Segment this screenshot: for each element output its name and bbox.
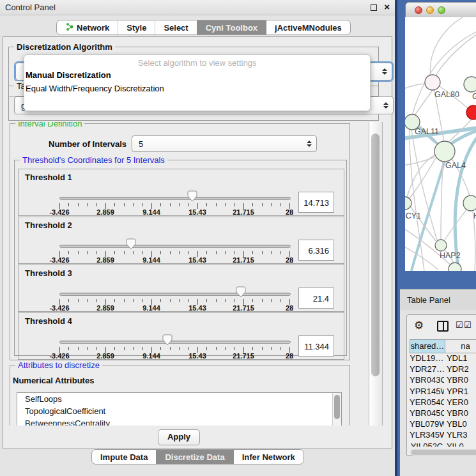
network-node[interactable]: [434, 141, 455, 162]
table-cell[interactable]: YLR3: [444, 430, 476, 441]
tab-label: Style: [127, 23, 146, 33]
threshold-panel: Threshold 2-3.4262.8599.14415.4321.71528…: [18, 217, 344, 264]
table-column-header[interactable]: shared…: [410, 339, 445, 353]
list-scrollbar-thumb[interactable]: [334, 395, 340, 419]
bottom-tab-discretize-data[interactable]: Discretize Data: [156, 450, 233, 464]
main-scrollbar-thumb[interactable]: [371, 134, 380, 376]
main-scrollbar[interactable]: [369, 122, 383, 426]
table-cell[interactable]: YPR145W: [410, 387, 444, 397]
network-edge[interactable]: [430, 17, 463, 76]
table-cell[interactable]: YDL19…: [410, 353, 444, 364]
thresholds-group: Threshold's Coordinates for 5 Intervals …: [14, 160, 347, 356]
table-row[interactable]: YDR27…YDR2: [410, 364, 476, 375]
table-cell[interactable]: YER0: [444, 397, 476, 408]
network-node[interactable]: [449, 263, 461, 271]
tab-cyni-toolbox[interactable]: Cyni Toolbox: [197, 20, 266, 35]
close-traffic-light-icon[interactable]: [415, 6, 422, 14]
algorithm-options: Manual DiscretizationEqual Width/Frequen…: [24, 68, 370, 95]
table-cell[interactable]: YDR27…: [410, 364, 444, 375]
table-cell[interactable]: YDL1: [444, 353, 476, 364]
threshold-value-field[interactable]: 6.316: [298, 240, 334, 261]
column-browser-icon[interactable]: [437, 321, 449, 332]
slider-track[interactable]: [59, 341, 291, 344]
table-row[interactable]: YER054CYER0: [410, 397, 476, 408]
tab-select[interactable]: Select: [155, 20, 196, 35]
minimize-traffic-light-icon[interactable]: [426, 6, 434, 14]
numerical-attributes-list[interactable]: SelfLoopsTopologicalCoefficientBetweenne…: [17, 392, 342, 426]
checkbox-icon[interactable]: ☑: [456, 320, 463, 330]
table-row[interactable]: YBL079WYBL0: [410, 419, 476, 430]
tab-network[interactable]: Network: [57, 20, 118, 35]
float-window-icon[interactable]: [371, 4, 377, 11]
network-node[interactable]: [463, 196, 476, 211]
network-node-label: GCY1: [405, 211, 421, 220]
network-node[interactable]: [435, 240, 447, 251]
threshold-value-field[interactable]: 11.344: [298, 335, 334, 357]
table-cell[interactable]: YIL0: [444, 441, 476, 447]
network-node[interactable]: [466, 105, 476, 119]
network-node[interactable]: [464, 77, 476, 92]
zoom-traffic-light-icon[interactable]: [438, 6, 445, 14]
table-row[interactable]: YBR045CYBR0: [410, 408, 476, 419]
table-cell[interactable]: YBR0: [444, 375, 476, 386]
window-title: Control Panel: [5, 3, 56, 12]
table-cell[interactable]: YBR0: [444, 408, 476, 419]
table-hscrollbar-thumb[interactable]: [411, 450, 476, 455]
table-cell[interactable]: YBR043C: [410, 375, 444, 386]
table-hscrollbar[interactable]: [410, 449, 476, 456]
table-row[interactable]: YBR043CYBR0: [410, 375, 476, 386]
attributes-group-title: Attributes to discretize: [15, 360, 102, 370]
network-node-label: GAL80: [434, 90, 459, 99]
attribute-list-item[interactable]: TopologicalCoefficient: [17, 405, 341, 417]
tab-label: Discretize Data: [165, 452, 224, 462]
gear-icon[interactable]: ⚙: [414, 319, 424, 332]
slider-track[interactable]: [59, 293, 291, 296]
threshold-value-field[interactable]: 14.713: [298, 192, 334, 213]
network-node[interactable]: [425, 75, 440, 90]
threshold-value-field[interactable]: 21.4: [298, 288, 334, 309]
algorithm-option[interactable]: Manual Discretization: [24, 68, 370, 81]
slider-track[interactable]: [59, 197, 291, 200]
network-edge[interactable]: [415, 90, 433, 116]
table-cell[interactable]: YPR1: [444, 387, 476, 397]
network-window-titlebar[interactable]: [406, 3, 476, 19]
table-cell[interactable]: YIL052C: [410, 441, 444, 447]
checkbox-icon[interactable]: ☑: [464, 320, 472, 330]
network-canvas[interactable]: GAL80GACGAL11GAL4GCY1HHAP2: [405, 17, 476, 271]
table-row[interactable]: YDL19…YDL1: [410, 353, 476, 364]
bottom-tab-impute-data[interactable]: Impute Data: [92, 450, 156, 464]
table-cell[interactable]: YBL079W: [410, 419, 444, 430]
table-cell[interactable]: YBL0: [444, 419, 476, 430]
network-edge[interactable]: [412, 31, 476, 116]
table-row[interactable]: YLR345WYLR3: [410, 430, 476, 441]
table-row[interactable]: YIL052CYIL0: [410, 441, 476, 447]
network-node[interactable]: [405, 197, 411, 210]
network-edge[interactable]: [436, 33, 476, 75]
table-panel: ⚙ ☑ ☑ shared…na YDL19…YDL1YDR27…YDR2YBR0…: [406, 314, 476, 456]
table-cell[interactable]: YLR345W: [410, 430, 444, 441]
cyni-bottom-tabbar: Impute DataDiscretize DataInfer Network: [91, 449, 304, 464]
table-column-header[interactable]: na: [445, 339, 476, 353]
bottom-tab-infer-network[interactable]: Infer Network: [233, 450, 303, 464]
slider-handle[interactable]: [126, 238, 136, 250]
table-row[interactable]: YPR145WYPR1: [410, 387, 476, 397]
slider-tick-labels: -3.4262.8599.14415.4321.71528: [59, 256, 289, 264]
tab-jactivemnodules[interactable]: jActiveMNodules: [266, 20, 350, 35]
list-scrollbar[interactable]: [332, 393, 341, 426]
slider-handle[interactable]: [162, 334, 173, 346]
network-edge[interactable]: [405, 243, 438, 270]
close-icon[interactable]: ×: [384, 1, 390, 12]
table-cell[interactable]: YBR045C: [410, 408, 444, 419]
table-panel-body: ⚙ ☑ ☑ shared…na YDL19…YDL1YDR27…YDR2YBR0…: [400, 310, 476, 476]
tab-style[interactable]: Style: [118, 20, 155, 35]
attribute-list-item[interactable]: SelfLoops: [17, 393, 341, 405]
slider-track[interactable]: [59, 245, 291, 248]
slider-handle[interactable]: [236, 286, 246, 298]
number-of-intervals-combo[interactable]: 5: [132, 135, 317, 152]
slider-handle[interactable]: [187, 190, 197, 202]
attribute-list-item[interactable]: BetweennessCentrality: [17, 417, 341, 426]
table-cell[interactable]: YER054C: [410, 397, 444, 408]
table-cell[interactable]: YDR2: [444, 364, 476, 375]
algorithm-option[interactable]: Equal Width/Frequency Discretization: [24, 81, 370, 95]
apply-button[interactable]: Apply: [158, 429, 200, 445]
